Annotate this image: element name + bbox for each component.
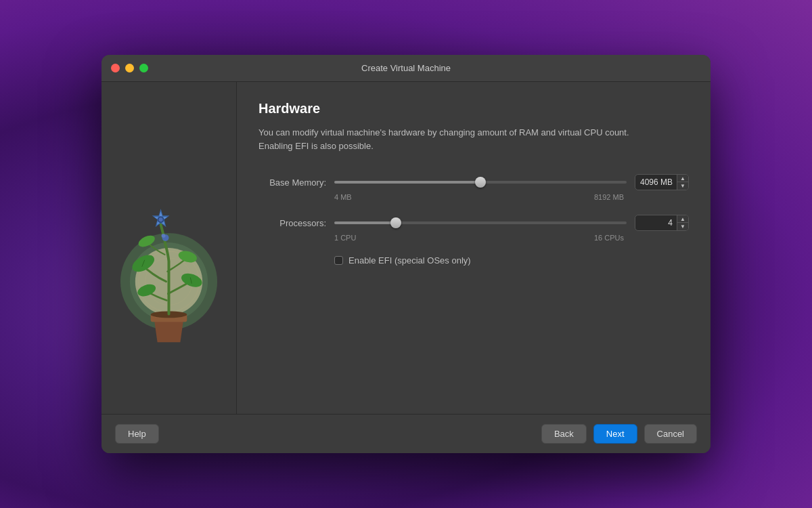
base-memory-max-label: 8192 MB [594, 193, 624, 201]
description-text: You can modify virtual machine's hardwar… [258, 126, 689, 152]
close-button[interactable] [111, 64, 120, 72]
base-memory-label: Base Memory: [258, 177, 326, 188]
sidebar-illustration [115, 119, 223, 377]
processors-value-wrapper: 4 ▲ ▼ [635, 215, 689, 231]
base-memory-min-label: 4 MB [334, 193, 352, 201]
processors-slider[interactable] [334, 221, 627, 224]
base-memory-value-wrapper: 4096 MB ▲ ▼ [635, 174, 689, 190]
next-button[interactable]: Next [593, 424, 637, 444]
help-button[interactable]: Help [115, 424, 159, 444]
svg-point-15 [159, 217, 163, 221]
processors-increment[interactable]: ▲ [677, 215, 688, 223]
window-content: Hardware You can modify virtual machine'… [102, 82, 710, 414]
processors-slider-container [334, 221, 627, 224]
back-button[interactable]: Back [541, 424, 587, 444]
processors-label: Processors: [258, 218, 326, 228]
titlebar: Create Virtual Machine [102, 55, 710, 82]
base-memory-decrement[interactable]: ▼ [677, 182, 688, 190]
base-memory-increment[interactable]: ▲ [677, 175, 688, 182]
efi-checkbox[interactable] [334, 256, 343, 265]
window-title: Create Virtual Machine [361, 63, 451, 73]
base-memory-value: 4096 MB [635, 175, 677, 189]
processors-min-label: 1 CPU [334, 234, 356, 242]
efi-label: Enable EFI (special OSes only) [348, 255, 471, 266]
window-controls [111, 64, 148, 72]
sidebar [102, 82, 237, 414]
main-content-area: Hardware You can modify virtual machine'… [237, 82, 710, 414]
minimize-button[interactable] [125, 64, 134, 72]
processors-decrement[interactable]: ▼ [677, 223, 688, 230]
processors-stepper: ▲ ▼ [677, 215, 688, 230]
base-memory-range-labels: 4 MB 8192 MB [334, 193, 689, 201]
base-memory-slider-container [334, 181, 627, 184]
base-memory-slider[interactable] [334, 181, 627, 184]
processors-range-labels: 1 CPU 16 CPUs [334, 234, 689, 242]
base-memory-stepper: ▲ ▼ [677, 175, 688, 190]
base-memory-row: Base Memory: 4096 MB ▲ ▼ [258, 174, 689, 190]
footer: Help Back Next Cancel [102, 414, 710, 453]
svg-point-17 [162, 234, 166, 238]
footer-right: Back Next Cancel [541, 424, 697, 444]
processors-value: 4 [635, 216, 677, 230]
description-line1: You can modify virtual machine's hardwar… [258, 127, 629, 137]
maximize-button[interactable] [139, 64, 148, 72]
description-line2: Enabling EFI is also possible. [258, 141, 374, 151]
cancel-button[interactable]: Cancel [644, 424, 697, 444]
processors-max-label: 16 CPUs [594, 234, 624, 242]
section-title: Hardware [258, 101, 689, 117]
efi-row: Enable EFI (special OSes only) [334, 255, 689, 266]
footer-left: Help [115, 424, 159, 444]
main-window: Create Virtual Machine [102, 55, 710, 453]
processors-row: Processors: 4 ▲ ▼ [258, 215, 689, 231]
